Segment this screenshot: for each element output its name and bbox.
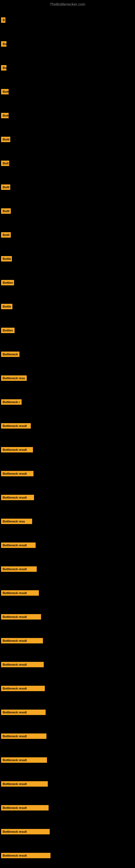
item-label: Bottl xyxy=(1,184,10,190)
list-item: Bottleneck result xyxy=(0,772,135,796)
item-label: Bottleneck result xyxy=(1,853,50,858)
item-label: Bottl xyxy=(1,137,10,142)
list-item: Bottleneck result xyxy=(0,701,135,724)
list-item: Bottlen xyxy=(0,271,135,294)
list-item: Bottl xyxy=(0,175,135,199)
item-label: Bottleneck result xyxy=(1,423,31,429)
list-item: Bottle xyxy=(0,294,135,318)
list-item: Bott xyxy=(0,151,135,175)
item-label: Bottleneck xyxy=(1,351,19,357)
item-label: Bottleneck resu xyxy=(1,519,32,524)
list-item: Bottleneck result xyxy=(0,438,135,462)
item-label: Bottl xyxy=(1,232,11,238)
item-label: Bottleneck result xyxy=(1,495,34,500)
list-item: Bottleneck resu xyxy=(0,509,135,533)
item-label: Bottleneck result xyxy=(1,614,41,620)
list-item: Bottleneck result xyxy=(0,581,135,605)
item-label: Bottlen xyxy=(1,280,14,285)
list-item: Bottleneck result xyxy=(0,462,135,486)
list-item: Bottleneck xyxy=(0,342,135,366)
item-label: Bott xyxy=(1,113,9,118)
list-item: Bottleneck result xyxy=(0,677,135,701)
list-item: Bottleneck result xyxy=(0,724,135,748)
list-item: Bottleneck result xyxy=(0,533,135,557)
item-label: Bo xyxy=(1,65,6,70)
list-item: Bottleneck result xyxy=(0,748,135,772)
item-label: Bottleneck result xyxy=(1,734,46,739)
item-label: Bottle xyxy=(1,256,12,261)
site-title: TheBottlenecker.com xyxy=(0,0,135,8)
list-item: B xyxy=(0,8,135,32)
list-item: Bottleneck result xyxy=(0,629,135,653)
item-label: Bottleneck result xyxy=(1,662,44,667)
item-label: Bottleneck resu xyxy=(1,375,27,381)
list-item: Bottl xyxy=(0,223,135,247)
list-item: Bottleneck result xyxy=(0,414,135,438)
item-label: Bottleneck result xyxy=(1,805,49,810)
item-label: Bo xyxy=(1,41,6,46)
list-item: Bottleneck result xyxy=(0,844,135,867)
list-item: Bottl xyxy=(0,199,135,223)
item-label: Bottleneck result xyxy=(1,757,47,763)
item-label: Bottl xyxy=(1,208,11,214)
item-label: Bottleneck result xyxy=(1,781,48,786)
item-label: Bottleneck result xyxy=(1,710,46,715)
list-item: Bottlen xyxy=(0,318,135,342)
item-label: Bott xyxy=(1,161,9,166)
list-item: Bottleneck result xyxy=(0,486,135,509)
item-label: Bottleneck result xyxy=(1,590,39,596)
list-item: Bottleneck result xyxy=(0,605,135,629)
item-label: Bottleneck result xyxy=(1,447,33,453)
list-item: Bottleneck r xyxy=(0,390,135,414)
list-item: Bo xyxy=(0,56,135,80)
item-label: Bott xyxy=(1,89,9,94)
item-label: B xyxy=(1,18,5,23)
item-label: Bottle xyxy=(1,304,12,309)
item-label: Bottleneck r xyxy=(1,399,21,405)
item-label: Bottleneck result xyxy=(1,686,45,691)
list-item: Bottleneck resu xyxy=(0,366,135,390)
list-item: Bott xyxy=(0,104,135,127)
list-item: Bottleneck result xyxy=(0,820,135,844)
item-label: Bottleneck result xyxy=(1,829,50,834)
item-label: Bottleneck result xyxy=(1,471,34,476)
list-item: Bottl xyxy=(0,127,135,151)
item-label: Bottleneck result xyxy=(1,566,37,572)
list-item: Bottle xyxy=(0,247,135,271)
items-container: BBoBoBottBottBottlBottBottlBottlBottlBot… xyxy=(0,8,135,867)
list-item: Bottleneck result xyxy=(0,796,135,820)
list-item: Bottleneck result xyxy=(0,557,135,581)
list-item: Bo xyxy=(0,32,135,56)
list-item: Bott xyxy=(0,80,135,104)
item-label: Bottlen xyxy=(1,328,14,333)
item-label: Bottleneck result xyxy=(1,542,36,548)
list-item: Bottleneck result xyxy=(0,653,135,677)
item-label: Bottleneck result xyxy=(1,638,43,643)
